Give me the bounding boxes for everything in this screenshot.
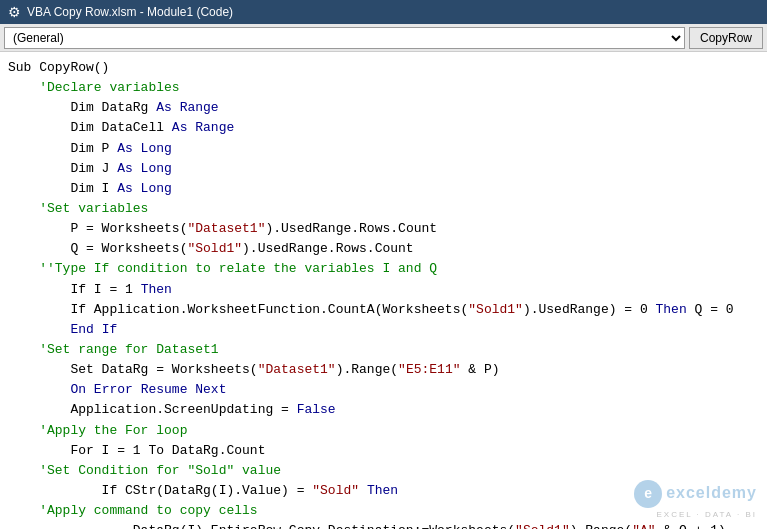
code-line: If Application.WorksheetFunction.CountA(…	[8, 300, 759, 320]
code-line: 'Declare variables	[8, 78, 759, 98]
code-line: For I = 1 To DataRg.Count	[8, 441, 759, 461]
code-line: Dim DataCell As Range	[8, 118, 759, 138]
code-line: Dim I As Long	[8, 179, 759, 199]
code-line: On Error Resume Next	[8, 380, 759, 400]
watermark-sub: EXCEL · DATA · BI	[656, 509, 757, 521]
app-icon: ⚙	[8, 4, 21, 20]
watermark: e exceldemy EXCEL · DATA · BI	[634, 480, 757, 521]
code-line: Q = Worksheets("Sold1").UsedRange.Rows.C…	[8, 239, 759, 259]
code-line: Set DataRg = Worksheets("Dataset1").Rang…	[8, 360, 759, 380]
code-line: If I = 1 Then	[8, 280, 759, 300]
window-title: VBA Copy Row.xlsm - Module1 (Code)	[27, 5, 233, 19]
general-select[interactable]: (General)	[4, 27, 685, 49]
code-line: DataRg(I).EntireRow.Copy Destination:=Wo…	[8, 521, 759, 529]
code-line: Dim J As Long	[8, 159, 759, 179]
code-line: End If	[8, 320, 759, 340]
code-line: Sub CopyRow()	[8, 58, 759, 78]
code-line: Application.ScreenUpdating = False	[8, 400, 759, 420]
toolbar: (General) CopyRow	[0, 24, 767, 52]
code-line: 'Set variables	[8, 199, 759, 219]
code-editor: Sub CopyRow() 'Declare variables Dim Dat…	[0, 52, 767, 529]
watermark-name: exceldemy	[666, 481, 757, 506]
code-line: Dim P As Long	[8, 139, 759, 159]
code-line: Dim DataRg As Range	[8, 98, 759, 118]
code-line: 'Set Condition for "Sold" value	[8, 461, 759, 481]
code-line: 'Apply the For loop	[8, 421, 759, 441]
code-line: ''Type If condition to relate the variab…	[8, 259, 759, 279]
title-bar: ⚙ VBA Copy Row.xlsm - Module1 (Code)	[0, 0, 767, 24]
watermark-icon: e	[634, 480, 662, 508]
code-line: P = Worksheets("Dataset1").UsedRange.Row…	[8, 219, 759, 239]
copyrow-button[interactable]: CopyRow	[689, 27, 763, 49]
code-line: 'Set range for Dataset1	[8, 340, 759, 360]
